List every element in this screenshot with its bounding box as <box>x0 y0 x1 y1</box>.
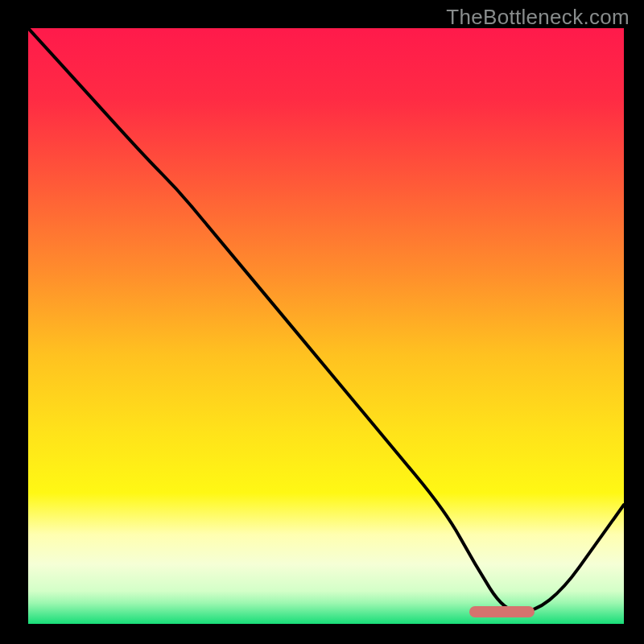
curve-layer <box>28 28 624 624</box>
optimum-marker <box>469 606 535 617</box>
bottleneck-curve <box>28 28 624 612</box>
chart-stage: TheBottleneck.com <box>0 0 644 644</box>
watermark-text: TheBottleneck.com <box>446 5 630 30</box>
chart-area <box>28 28 624 624</box>
